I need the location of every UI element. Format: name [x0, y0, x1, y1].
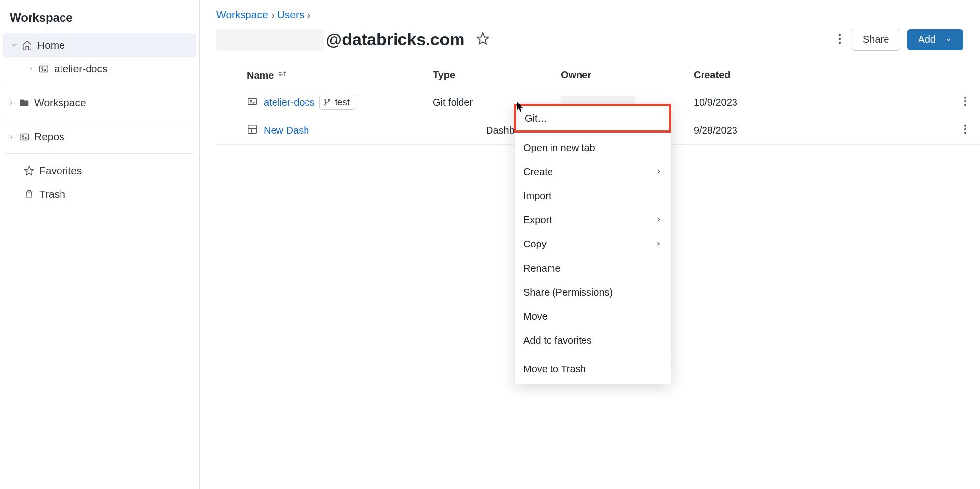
menu-item-copy[interactable]: Copy [515, 232, 671, 256]
svg-point-22 [964, 128, 966, 130]
menu-item-add-favorites[interactable]: Add to favorites [515, 329, 671, 353]
svg-point-10 [839, 42, 841, 44]
star-icon [24, 165, 34, 176]
menu-item-import[interactable]: Import [515, 184, 671, 208]
svg-point-18 [964, 100, 966, 102]
row-kebab-menu[interactable] [950, 124, 980, 137]
sort-asc-icon [277, 69, 287, 82]
dashboard-icon [247, 124, 258, 137]
svg-point-21 [964, 125, 966, 127]
column-type[interactable]: Type [433, 69, 561, 82]
git-folder-icon [38, 63, 49, 74]
menu-item-export[interactable]: Export [515, 208, 671, 232]
svg-rect-20 [248, 125, 257, 134]
breadcrumb-users[interactable]: Users [277, 9, 305, 21]
svg-point-1 [42, 68, 43, 69]
svg-point-17 [964, 96, 966, 98]
svg-rect-3 [20, 134, 29, 140]
chevron-right-icon [27, 65, 35, 72]
column-owner[interactable]: Owner [561, 69, 694, 82]
breadcrumb-workspace[interactable]: Workspace [216, 9, 268, 21]
svg-point-16 [329, 99, 330, 101]
chevron-right-icon [655, 166, 662, 178]
svg-point-23 [964, 132, 966, 134]
sidebar-item-label: Favorites [39, 165, 82, 177]
sidebar-item-home[interactable]: Home [3, 33, 196, 57]
sidebar: Workspace Home atelier-docs Workspace [0, 0, 200, 489]
menu-item-move[interactable]: Move [515, 305, 671, 329]
chevron-down-icon [10, 42, 19, 49]
svg-point-12 [250, 100, 252, 101]
folder-icon [19, 97, 30, 108]
main: Workspace › Users › @databricks.com Shar… [200, 0, 980, 489]
sidebar-item-label: Home [37, 39, 65, 51]
svg-rect-0 [40, 66, 48, 72]
svg-point-13 [253, 102, 254, 103]
chevron-right-icon [7, 99, 16, 106]
chevron-down-icon [945, 36, 952, 44]
breadcrumb: Workspace › Users › [200, 0, 980, 24]
chevron-right-icon [7, 133, 16, 140]
svg-point-9 [839, 38, 841, 40]
svg-point-2 [44, 69, 46, 71]
sidebar-item-repos[interactable]: Repos [0, 125, 199, 149]
menu-item-share-permissions[interactable]: Share (Permissions) [515, 280, 671, 305]
page-title: @databricks.com [326, 30, 465, 49]
svg-point-5 [25, 137, 26, 139]
menu-item-open-new-tab[interactable]: Open in new tab [515, 136, 671, 160]
svg-marker-6 [25, 166, 33, 175]
sidebar-item-favorites[interactable]: Favorites [0, 159, 199, 183]
mouse-cursor-icon [516, 101, 524, 114]
table-header: Name Type Owner Created [216, 63, 980, 88]
sidebar-item-label: Trash [39, 188, 65, 200]
redacted-email-prefix [216, 29, 324, 51]
sidebar-item-trash[interactable]: Trash [0, 183, 199, 206]
breadcrumb-separator: › [307, 9, 311, 21]
add-button[interactable]: Add [907, 29, 963, 50]
home-icon [22, 40, 32, 51]
page-kebab-menu[interactable] [828, 33, 852, 46]
page-header: @databricks.com Share Add [200, 24, 980, 63]
sidebar-item-workspace[interactable]: Workspace [0, 91, 199, 115]
menu-item-git[interactable]: Git… [514, 104, 671, 133]
trash-icon [24, 189, 34, 200]
sidebar-item-label: Workspace [34, 97, 86, 109]
svg-point-19 [964, 104, 966, 106]
column-name[interactable]: Name [216, 69, 433, 82]
sidebar-item-label: Repos [34, 131, 64, 143]
svg-marker-7 [477, 33, 488, 44]
chevron-right-icon [655, 239, 662, 250]
sidebar-item-label: atelier-docs [54, 63, 108, 75]
svg-point-15 [325, 104, 326, 105]
repos-icon [19, 131, 30, 142]
sidebar-item-atelier-docs[interactable]: atelier-docs [0, 57, 199, 81]
branch-chip[interactable]: test [319, 95, 355, 110]
sidebar-title: Workspace [0, 5, 199, 33]
column-created[interactable]: Created [694, 69, 950, 82]
row-kebab-menu[interactable] [950, 96, 980, 109]
svg-point-14 [325, 99, 326, 101]
row-created: 9/28/2023 [694, 125, 950, 136]
context-menu: Git… Open in new tab Create Import Expor… [515, 105, 671, 384]
svg-point-8 [839, 34, 841, 36]
row-name[interactable]: atelier-docs [264, 97, 314, 108]
favorite-toggle[interactable] [476, 32, 490, 47]
menu-item-rename[interactable]: Rename [515, 256, 671, 280]
svg-rect-11 [248, 98, 257, 104]
menu-item-create[interactable]: Create [515, 160, 671, 184]
row-created: 10/9/2023 [694, 97, 950, 108]
svg-point-4 [22, 136, 24, 137]
breadcrumb-separator: › [271, 9, 275, 21]
share-button[interactable]: Share [852, 29, 900, 51]
git-folder-icon [247, 96, 258, 109]
menu-item-move-to-trash[interactable]: Move to Trash [515, 357, 671, 381]
chevron-right-icon [655, 214, 662, 226]
row-name[interactable]: New Dash [264, 125, 309, 136]
